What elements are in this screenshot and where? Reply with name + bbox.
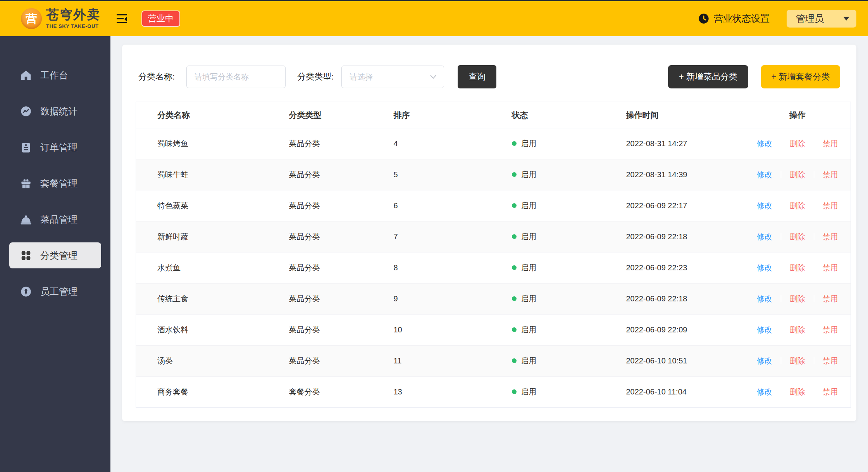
sidebar-item-label: 工作台 — [40, 69, 68, 81]
status-dot-icon — [512, 141, 517, 146]
edit-link[interactable]: 修改 — [757, 263, 772, 272]
status-dot-icon — [512, 234, 517, 239]
cell-actions: 修改删除禁用 — [744, 159, 851, 190]
status-dot-icon — [512, 358, 517, 363]
sidebar-menu: 工作台 数据统计 订单管理 — [0, 36, 110, 309]
cell-time: 2022-06-09 22:23 — [626, 252, 744, 284]
table-row: 汤类 菜品分类 11 启用 2022-06-10 10:51 修改删除禁用 — [136, 346, 851, 377]
delete-link[interactable]: 删除 — [790, 325, 805, 334]
cell-category-name: 酒水饮料 — [136, 315, 289, 346]
search-button[interactable]: 查询 — [458, 65, 496, 88]
table-row: 商务套餐 套餐分类 13 启用 2022-06-10 11:04 修改删除禁用 — [136, 377, 851, 408]
disable-link[interactable]: 禁用 — [823, 356, 838, 365]
edit-link[interactable]: 修改 — [757, 170, 772, 179]
user-dropdown[interactable]: 管理员 — [787, 10, 856, 28]
action-separator — [781, 326, 781, 333]
sidebar-item-statistics[interactable]: 数据统计 — [9, 93, 101, 129]
sidebar-item-combos[interactable]: 套餐管理 — [9, 165, 101, 201]
edit-link[interactable]: 修改 — [757, 387, 772, 396]
cell-time: 2022-08-31 14:39 — [626, 159, 744, 190]
cell-category-type: 菜品分类 — [289, 221, 394, 252]
disable-link[interactable]: 禁用 — [823, 201, 838, 210]
delete-link[interactable]: 删除 — [790, 263, 805, 272]
cell-actions: 修改删除禁用 — [744, 377, 851, 408]
disable-link[interactable]: 禁用 — [823, 263, 838, 272]
status-dot-icon — [512, 327, 517, 332]
table-body: 蜀味烤鱼 菜品分类 4 启用 2022-08-31 14:27 修改删除禁用 蜀… — [136, 128, 851, 408]
sidebar-item-label: 数据统计 — [40, 105, 78, 118]
sidebar-item-label: 套餐管理 — [40, 177, 78, 190]
brand-text: 苍穹外卖 THE SKY TAKE-OUT — [46, 8, 100, 29]
disable-link[interactable]: 禁用 — [823, 294, 838, 303]
action-separator — [814, 295, 814, 302]
table-row: 特色蒸菜 菜品分类 6 启用 2022-06-09 22:17 修改删除禁用 — [136, 190, 851, 221]
delete-link[interactable]: 删除 — [790, 294, 805, 303]
cell-actions: 修改删除禁用 — [744, 346, 851, 377]
topbar: 营 苍穹外卖 THE SKY TAKE-OUT 营业中 营业状态设置 — [0, 1, 868, 36]
disable-link[interactable]: 禁用 — [823, 325, 838, 334]
disable-link[interactable]: 禁用 — [823, 232, 838, 241]
cell-time: 2022-06-09 22:18 — [626, 221, 744, 252]
sidebar-item-label: 员工管理 — [40, 285, 78, 298]
edit-link[interactable]: 修改 — [757, 232, 772, 241]
category-type-select[interactable]: 请选择 — [341, 66, 444, 88]
cell-actions: 修改删除禁用 — [744, 128, 851, 159]
status-text: 启用 — [521, 170, 537, 179]
edit-link[interactable]: 修改 — [757, 139, 772, 148]
delete-link[interactable]: 删除 — [790, 387, 805, 396]
status-dot-icon — [512, 296, 517, 301]
category-name-input[interactable] — [186, 66, 286, 88]
cell-sort: 6 — [394, 190, 512, 221]
edit-link[interactable]: 修改 — [757, 201, 772, 210]
table-row: 传统主食 菜品分类 9 启用 2022-06-09 22:18 修改删除禁用 — [136, 284, 851, 315]
status-text: 启用 — [521, 263, 537, 272]
cell-sort: 8 — [394, 252, 512, 284]
dish-icon — [20, 214, 32, 225]
sidebar-item-employees[interactable]: 员工管理 — [9, 273, 101, 309]
sidebar-item-orders[interactable]: 订单管理 — [9, 129, 101, 165]
disable-link[interactable]: 禁用 — [823, 387, 838, 396]
cell-status: 启用 — [512, 128, 626, 159]
delete-link[interactable]: 删除 — [790, 232, 805, 241]
cell-time: 2022-06-10 11:04 — [626, 377, 744, 408]
sidebar-item-workbench[interactable]: 工作台 — [9, 57, 101, 93]
status-dot-icon — [512, 172, 517, 177]
cell-sort: 7 — [394, 221, 512, 252]
edit-link[interactable]: 修改 — [757, 325, 772, 334]
cell-actions: 修改删除禁用 — [744, 252, 851, 284]
cell-time: 2022-06-09 22:17 — [626, 190, 744, 221]
edit-link[interactable]: 修改 — [757, 356, 772, 365]
sidebar-collapse-icon[interactable] — [117, 14, 127, 24]
table-row: 新鲜时蔬 菜品分类 7 启用 2022-06-09 22:18 修改删除禁用 — [136, 221, 851, 252]
cell-status: 启用 — [512, 284, 626, 315]
status-text: 启用 — [521, 139, 537, 148]
edit-link[interactable]: 修改 — [757, 294, 772, 303]
cell-actions: 修改删除禁用 — [744, 315, 851, 346]
action-separator — [814, 171, 814, 178]
status-text: 启用 — [521, 294, 537, 303]
delete-link[interactable]: 删除 — [790, 356, 805, 365]
delete-link[interactable]: 删除 — [790, 170, 805, 179]
table-row: 酒水饮料 菜品分类 10 启用 2022-06-09 22:09 修改删除禁用 — [136, 315, 851, 346]
action-separator — [814, 264, 814, 271]
disable-link[interactable]: 禁用 — [823, 139, 838, 148]
cell-category-name: 新鲜时蔬 — [136, 221, 289, 252]
cell-category-name: 特色蒸菜 — [136, 190, 289, 221]
sidebar-item-label: 订单管理 — [40, 141, 78, 154]
add-dish-category-button[interactable]: + 新增菜品分类 — [668, 65, 748, 88]
brand-name: 苍穹外卖 — [46, 8, 100, 21]
user-name: 管理员 — [796, 12, 824, 25]
delete-link[interactable]: 删除 — [790, 201, 805, 210]
sidebar-item-categories[interactable]: 分类管理 — [9, 242, 101, 268]
business-status-setting[interactable]: 营业状态设置 — [698, 12, 770, 25]
sidebar-item-dishes[interactable]: 菜品管理 — [9, 201, 101, 237]
col-time: 操作时间 — [626, 102, 744, 128]
main-content: 分类名称: 分类类型: 请选择 查询 + 新增菜品分类 + 新增套餐分类 — [110, 36, 868, 472]
add-combo-category-button[interactable]: + 新增套餐分类 — [761, 65, 840, 88]
cell-status: 启用 — [512, 252, 626, 284]
disable-link[interactable]: 禁用 — [823, 170, 838, 179]
cell-category-type: 菜品分类 — [289, 346, 394, 377]
action-separator — [814, 140, 814, 147]
category-table-wrap: 分类名称 分类类型 排序 状态 操作时间 操作 蜀味烤鱼 菜品分类 4 启用 2… — [136, 102, 851, 408]
delete-link[interactable]: 删除 — [790, 139, 805, 148]
